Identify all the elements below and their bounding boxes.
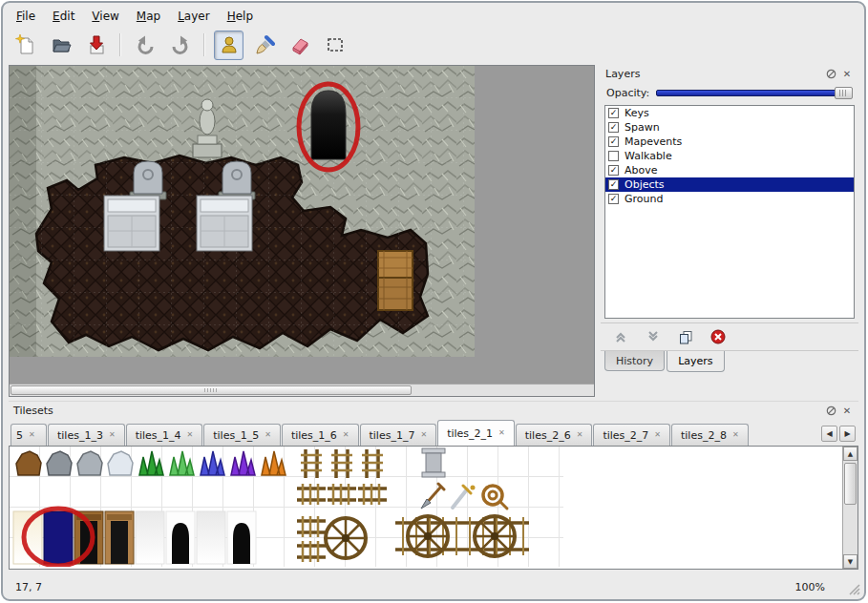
tombstone [219, 161, 255, 199]
tile-navy-selected[interactable] [44, 511, 73, 564]
layer-checkbox[interactable]: ✓ [608, 108, 619, 118]
layer-row-walkable[interactable]: Walkable [605, 149, 854, 163]
menu-layer[interactable]: Layer [170, 8, 217, 25]
layer-checkbox[interactable] [608, 151, 619, 161]
tileset-tab[interactable]: tiles_1_4 ✕ [126, 424, 203, 446]
scrollbar-thumb[interactable] [11, 385, 412, 395]
lower-layer-button[interactable] [643, 327, 664, 346]
tileset-view[interactable]: ▲ ▼ [9, 446, 858, 570]
select-tool-button[interactable] [320, 31, 349, 60]
tileset-tab[interactable]: tiles_1_6 ✕ [282, 424, 359, 446]
redo-icon [170, 34, 191, 55]
menu-map[interactable]: Map [129, 8, 168, 25]
tileset-tab[interactable]: tiles_1_5 ✕ [203, 424, 281, 446]
layer-row-keys[interactable]: ✓ Keys [605, 106, 854, 120]
close-tab-icon[interactable]: ✕ [732, 431, 739, 439]
tileset-tab[interactable]: tiles_2_6 ✕ [516, 424, 593, 446]
undo-button[interactable] [130, 31, 159, 60]
layer-row-ground[interactable]: ✓ Ground [605, 192, 854, 206]
tile-column[interactable] [422, 448, 445, 477]
layer-name: Walkable [625, 150, 672, 162]
tileset-v-scrollbar[interactable]: ▲ ▼ [842, 447, 857, 569]
close-tab-icon[interactable]: ✕ [654, 431, 661, 439]
tile-wheel[interactable] [326, 518, 366, 558]
close-tab-icon[interactable]: ✕ [498, 429, 505, 437]
tileset-tab[interactable]: tiles_1_3 ✕ [48, 424, 125, 446]
resize-grip[interactable] [848, 583, 860, 595]
layer-checkbox[interactable]: ✓ [608, 194, 619, 204]
map-h-scrollbar[interactable] [10, 384, 594, 396]
close-tab-icon[interactable]: ✕ [187, 431, 194, 439]
map-viewport[interactable] [9, 65, 595, 397]
menu-edit[interactable]: Edit [45, 8, 82, 25]
save-button[interactable] [81, 31, 111, 60]
layer-checkbox[interactable]: ✓ [608, 122, 619, 133]
tileset-tab[interactable]: tiles_1_7 ✕ [360, 424, 437, 446]
layer-name: Above [625, 164, 658, 177]
tileset-tab[interactable]: 5 ✕ [11, 424, 47, 446]
close-tab-icon[interactable]: ✕ [265, 431, 271, 439]
scrollbar-thumb[interactable] [844, 463, 857, 505]
tile-dark-arch[interactable] [166, 511, 195, 564]
tileset-tab[interactable]: tiles_2_7 ✕ [593, 424, 670, 446]
layer-row-objects[interactable]: ✓ Objects [605, 177, 854, 192]
open-button[interactable] [46, 31, 75, 60]
tile-white[interactable] [197, 511, 225, 564]
close-tab-icon[interactable]: ✕ [420, 431, 427, 439]
menu-file[interactable]: File [9, 8, 43, 25]
layer-checkbox[interactable]: ✓ [608, 165, 619, 176]
menu-help[interactable]: Help [220, 8, 261, 25]
opacity-slider-handle[interactable] [835, 87, 853, 99]
scroll-down-icon[interactable]: ▼ [843, 554, 857, 569]
brush-tool-icon [254, 34, 275, 55]
tile-wheel[interactable] [475, 516, 515, 556]
tile-doorframe[interactable] [74, 511, 103, 564]
tab-layers[interactable]: Layers [667, 351, 724, 372]
tab-history[interactable]: History [604, 351, 665, 371]
close-tab-icon[interactable]: ✕ [109, 431, 116, 439]
tab-label: tiles_2_8 [681, 429, 727, 442]
opacity-slider[interactable] [656, 86, 853, 100]
opacity-slider-track[interactable] [656, 90, 851, 96]
close-pane-icon[interactable]: ✕ [840, 405, 854, 418]
tile-wheel[interactable] [408, 516, 448, 556]
scroll-up-icon[interactable]: ▲ [843, 447, 857, 461]
delete-layer-icon [710, 329, 726, 344]
layer-row-spawn[interactable]: ✓ Spawn [605, 120, 854, 135]
scrollbar-grip [204, 388, 218, 392]
tile-dark-arch[interactable] [227, 511, 256, 564]
tab-scroll-right-icon[interactable]: ▶ [839, 426, 856, 442]
tile-white[interactable] [136, 511, 164, 564]
close-pane-icon[interactable]: ✕ [840, 68, 854, 81]
select-tool-icon [325, 34, 346, 55]
brush-tool-button[interactable] [249, 31, 279, 60]
tab-label: tiles_1_7 [370, 429, 415, 442]
layer-checkbox[interactable]: ✓ [608, 136, 619, 147]
undo-icon [135, 34, 156, 55]
eraser-tool-button[interactable] [285, 31, 314, 60]
redo-button[interactable] [165, 31, 195, 60]
new-button[interactable] [11, 31, 40, 60]
map-canvas[interactable] [10, 66, 475, 357]
layer-row-above[interactable]: ✓ Above [605, 163, 854, 177]
float-pane-icon[interactable] [824, 68, 837, 81]
close-tab-icon[interactable]: ✕ [29, 431, 35, 439]
tileset-canvas[interactable] [10, 447, 842, 567]
tab-label: tiles_2_1 [447, 427, 493, 440]
float-pane-icon[interactable] [824, 405, 837, 418]
tile-doorframe[interactable] [105, 511, 134, 564]
menu-view[interactable]: View [84, 8, 126, 25]
tileset-tab[interactable]: tiles_2_8 ✕ [671, 424, 749, 446]
tile-light[interactable] [13, 511, 42, 564]
stamp-tool-button[interactable] [214, 31, 243, 60]
raise-layer-button[interactable] [610, 327, 631, 346]
layer-checkbox[interactable]: ✓ [608, 179, 619, 190]
delete-layer-button[interactable] [708, 327, 729, 346]
tileset-tab-bar: 5 ✕ tiles_1_3 ✕ tiles_1_4 ✕ tiles_1_5 ✕ … [9, 420, 858, 446]
tab-scroll-left-icon[interactable]: ◀ [821, 426, 837, 442]
close-tab-icon[interactable]: ✕ [343, 431, 349, 439]
layer-row-mapevents[interactable]: ✓ Mapevents [605, 135, 854, 149]
tileset-tab-active[interactable]: tiles_2_1 ✕ [437, 420, 515, 446]
duplicate-layer-button[interactable] [675, 327, 696, 346]
close-tab-icon[interactable]: ✕ [577, 431, 583, 439]
